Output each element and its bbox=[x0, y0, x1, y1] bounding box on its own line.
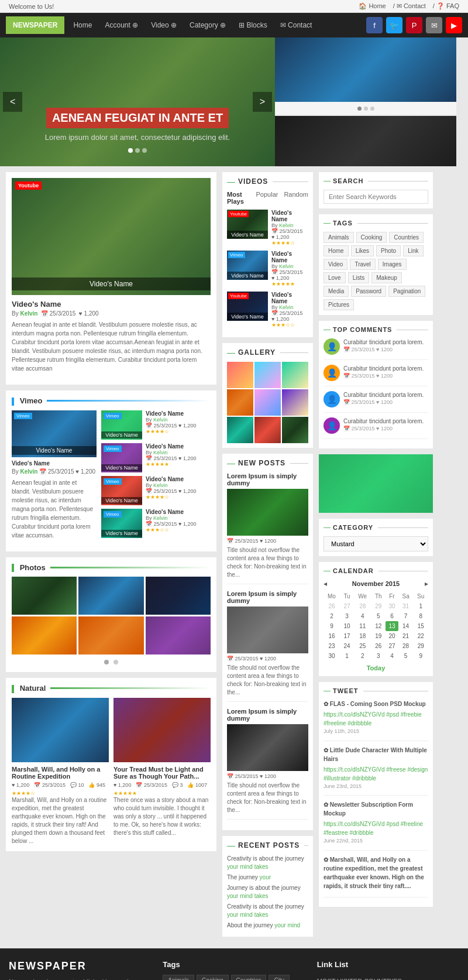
cal-day-5-5[interactable]: 5 bbox=[398, 651, 414, 661]
pinterest-button[interactable]: P bbox=[406, 17, 422, 33]
cal-day-5-1[interactable]: 1 bbox=[340, 651, 354, 661]
cal-day-3-4[interactable]: 20 bbox=[386, 631, 398, 641]
cal-day-2-5[interactable]: 14 bbox=[398, 621, 414, 631]
contact-link[interactable]: / ✉ Contact bbox=[393, 2, 426, 10]
cal-day-3-0[interactable]: 16 bbox=[324, 631, 340, 641]
footer-tag-countries[interactable]: Countries bbox=[231, 975, 267, 980]
post-thumb-1[interactable] bbox=[227, 489, 308, 536]
photos-dot-1[interactable] bbox=[104, 660, 109, 664]
tag-makeup[interactable]: Makeup bbox=[371, 272, 402, 283]
cal-day-0-5[interactable]: 31 bbox=[398, 601, 414, 611]
cal-day-4-1[interactable]: 24 bbox=[340, 641, 354, 651]
cal-day-5-0[interactable]: 30 bbox=[324, 651, 340, 661]
tag-photo[interactable]: Photo bbox=[376, 245, 401, 256]
photo-item-3[interactable] bbox=[146, 577, 211, 615]
tab-most-plays[interactable]: Most Plays bbox=[227, 191, 250, 205]
photo-item-5[interactable] bbox=[78, 616, 143, 655]
cal-day-0-4[interactable]: 30 bbox=[386, 601, 398, 611]
vimeo-item-thumb-3[interactable]: Vimeo Video's Name bbox=[101, 476, 142, 505]
gallery-item-9[interactable] bbox=[282, 417, 308, 443]
cal-day-3-1[interactable]: 17 bbox=[340, 631, 354, 641]
youtube-button[interactable]: ▶ bbox=[446, 17, 462, 33]
cal-day-1-6[interactable]: 8 bbox=[413, 611, 428, 621]
calendar-next-button[interactable]: ▸ bbox=[425, 580, 428, 588]
tag-countries[interactable]: Countries bbox=[389, 232, 424, 243]
nav-category[interactable]: Category ⊕ bbox=[184, 14, 232, 36]
post-thumb-2[interactable] bbox=[227, 606, 308, 653]
cal-day-2-1[interactable]: 10 bbox=[340, 621, 354, 631]
mid-video-thumb-3[interactable]: Youtube Video's Name bbox=[227, 292, 268, 321]
tweet-link-1[interactable]: https://t.co/dIsNZYGiVd #freese #design … bbox=[324, 765, 428, 783]
tab-random[interactable]: Random bbox=[284, 191, 308, 205]
cal-day-1-5[interactable]: 7 bbox=[398, 611, 414, 621]
search-input[interactable] bbox=[324, 190, 428, 204]
cal-day-1-0[interactable]: 2 bbox=[324, 611, 340, 621]
nav-home[interactable]: Home bbox=[67, 14, 98, 36]
facebook-button[interactable]: f bbox=[366, 17, 383, 33]
cal-day-1-4[interactable]: 6 bbox=[386, 611, 398, 621]
gallery-item-5[interactable] bbox=[254, 389, 281, 416]
footer-tag-cooking[interactable]: Cooking bbox=[197, 975, 229, 980]
photo-item-2[interactable] bbox=[78, 577, 143, 615]
cal-day-1-2[interactable]: 4 bbox=[354, 611, 371, 621]
cal-day-0-3[interactable]: 29 bbox=[371, 601, 386, 611]
tag-pagination[interactable]: Pagination bbox=[388, 286, 425, 297]
cal-day-3-5[interactable]: 21 bbox=[398, 631, 414, 641]
vimeo-item-thumb-2[interactable]: Vimeo Video's Name bbox=[101, 443, 142, 472]
gallery-item-4[interactable] bbox=[227, 389, 253, 416]
cal-day-4-0[interactable]: 23 bbox=[324, 641, 340, 651]
recent-link-4[interactable]: your mind takes bbox=[227, 912, 269, 918]
recent-link-5[interactable]: your mind bbox=[274, 922, 300, 928]
tag-love[interactable]: Love bbox=[324, 272, 346, 283]
tag-video[interactable]: Video bbox=[324, 259, 347, 270]
tag-travel[interactable]: Travel bbox=[350, 259, 375, 270]
gallery-item-3[interactable] bbox=[282, 362, 308, 388]
main-video-author[interactable]: Kelvin bbox=[20, 310, 37, 317]
recent-link-1[interactable]: your mind takes bbox=[227, 864, 269, 870]
photo-item-6[interactable] bbox=[146, 616, 211, 655]
vimeo-item-thumb-1[interactable]: Vimeo Video's Name bbox=[101, 410, 142, 440]
calendar-prev-button[interactable]: ◂ bbox=[324, 580, 327, 588]
cal-day-5-4[interactable]: 4 bbox=[386, 651, 398, 661]
calendar-today-link[interactable]: Today bbox=[367, 664, 386, 671]
tag-cooking[interactable]: Cooking bbox=[356, 232, 387, 243]
cal-day-1-1[interactable]: 3 bbox=[340, 611, 354, 621]
email-button[interactable]: ✉ bbox=[426, 17, 442, 33]
natural-item-thumb-2[interactable] bbox=[113, 698, 211, 762]
tag-likes[interactable]: Likes bbox=[351, 245, 374, 256]
recent-link-3[interactable]: your mind takes bbox=[227, 893, 269, 899]
nav-account[interactable]: Account ⊕ bbox=[99, 14, 144, 36]
photo-item-1[interactable] bbox=[12, 577, 77, 615]
category-select[interactable]: MustardTechnologyTravelFoodSports bbox=[324, 536, 428, 551]
mid-video-thumb-2[interactable]: Vimeo Video's Name bbox=[227, 251, 268, 280]
cal-day-0-6[interactable]: 1 bbox=[413, 601, 428, 611]
tweet-link-2[interactable]: https://t.co/dIsNZYGiVd #psd #freeline #… bbox=[324, 820, 428, 837]
cal-day-2-4[interactable]: 13 bbox=[386, 621, 398, 631]
main-video-thumbnail[interactable]: Youtube Video's Name bbox=[12, 178, 211, 295]
faq-link[interactable]: / ❓ FAQ bbox=[433, 2, 459, 10]
cal-day-5-3[interactable]: 3 bbox=[371, 651, 386, 661]
tag-pictures[interactable]: Pictures bbox=[324, 299, 354, 310]
hero-next-button[interactable]: > bbox=[253, 92, 272, 112]
vimeo-item-thumb-4[interactable]: Vimeo Video's Name bbox=[101, 509, 142, 538]
cal-day-4-2[interactable]: 25 bbox=[354, 641, 371, 651]
tag-password[interactable]: Password bbox=[351, 286, 386, 297]
cal-day-5-6[interactable]: 9 bbox=[413, 651, 428, 661]
tag-link[interactable]: Link bbox=[403, 245, 423, 256]
footer-tag-city[interactable]: City bbox=[269, 975, 289, 980]
cal-day-4-6[interactable]: 29 bbox=[413, 641, 428, 651]
cal-day-1-3[interactable]: 5 bbox=[371, 611, 386, 621]
cal-day-0-1[interactable]: 27 bbox=[340, 601, 354, 611]
footer-tag-animals[interactable]: Animals bbox=[163, 975, 194, 980]
photos-dot-2[interactable] bbox=[113, 660, 118, 664]
tag-home[interactable]: Home bbox=[324, 245, 349, 256]
tag-images[interactable]: Images bbox=[378, 259, 407, 270]
hero-prev-button[interactable]: < bbox=[3, 92, 22, 112]
gallery-item-1[interactable] bbox=[227, 362, 253, 388]
tweet-link-0[interactable]: https://t.co/dIsNZYGiVd #psd #freebie #f… bbox=[324, 710, 428, 728]
nav-brand[interactable]: NEWSPAPER bbox=[6, 16, 64, 34]
footer-link-item-0[interactable]: MOST VISITED COUNTRIES bbox=[317, 975, 459, 980]
cal-day-3-2[interactable]: 18 bbox=[354, 631, 371, 641]
gallery-item-6[interactable] bbox=[282, 389, 308, 416]
home-link[interactable]: 🏠 Home bbox=[359, 2, 386, 10]
